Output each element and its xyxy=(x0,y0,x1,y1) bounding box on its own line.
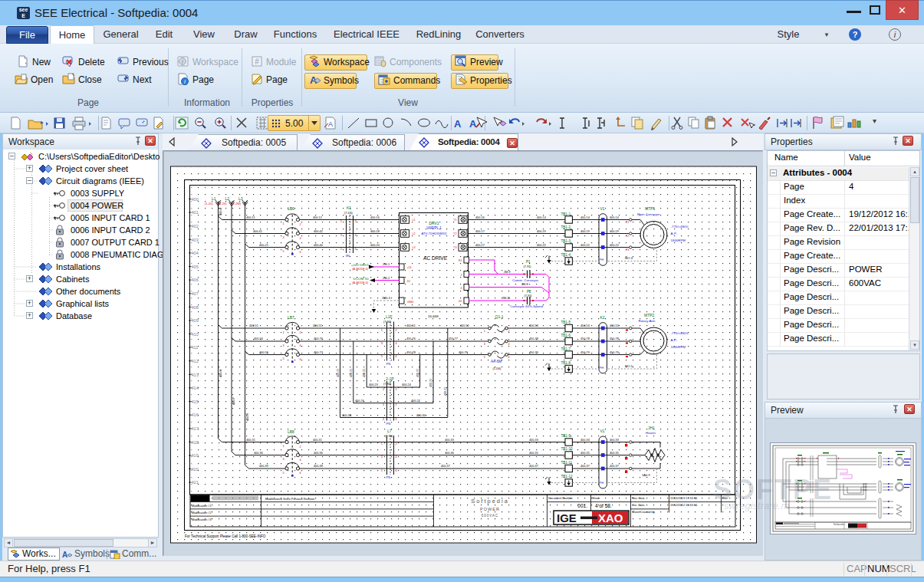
svg-text:400-24: 400-24 xyxy=(402,383,411,386)
svg-text:TB1-10: TB1-10 xyxy=(561,447,574,451)
svg-text:400-22: 400-22 xyxy=(580,244,590,247)
svg-text:A-P-: A-P- xyxy=(671,232,678,235)
svg-text:1600RPM: 1600RPM xyxy=(671,345,686,349)
svg-text:A: A xyxy=(454,118,462,130)
svg-text:400-14: 400-14 xyxy=(537,216,546,219)
svg-text:PH: PH xyxy=(600,366,604,370)
svg-text:419: 419 xyxy=(192,453,199,458)
svg-text:(A-MODF 4): (A-MODF 4) xyxy=(352,281,368,284)
svg-text:450-76: 450-76 xyxy=(314,337,323,340)
svg-text:407: 407 xyxy=(192,291,199,296)
svg-text:400-36: 400-36 xyxy=(314,452,323,455)
svg-text:R1: R1 xyxy=(459,259,462,262)
svg-text:400-41: 400-41 xyxy=(253,230,262,233)
svg-text:2M-11: 2M-11 xyxy=(502,297,510,300)
svg-text:400-42: 400-42 xyxy=(314,230,323,233)
svg-text:001.: 001. xyxy=(577,503,587,508)
svg-text:3: 3 xyxy=(383,418,384,421)
svg-text:404: 404 xyxy=(192,251,199,255)
svg-text:Sheet.: Sheet. xyxy=(592,497,600,500)
svg-text:400-24: 400-24 xyxy=(370,244,380,247)
svg-text:400-40: 400-40 xyxy=(314,244,323,247)
svg-text:(1-D6): (1-D6) xyxy=(493,367,501,370)
svg-text:2M-8: 2M-8 xyxy=(521,283,528,286)
svg-text:400-33: 400-33 xyxy=(529,439,538,442)
svg-text:P2: P2 xyxy=(527,290,531,294)
svg-text:400-53: 400-53 xyxy=(610,324,619,327)
svg-text:AA-6M: AA-6M xyxy=(491,360,501,363)
svg-text:DRV1: DRV1 xyxy=(429,221,439,225)
svg-text:For Technical Support Please C: For Technical Support Please Call 1-800-… xyxy=(185,534,266,538)
svg-text:16-66K: 16-66K xyxy=(428,314,439,318)
svg-text:P1: P1 xyxy=(526,260,531,264)
svg-text:1A0-9: 1A0-9 xyxy=(642,473,650,477)
svg-text:+24: +24 xyxy=(407,266,412,269)
svg-text:400-R: 400-R xyxy=(246,413,249,421)
svg-text:1800RPM: 1800RPM xyxy=(671,238,686,242)
svg-text:Modification #2: Modification #2 xyxy=(192,511,212,515)
svg-text:450-77: 450-77 xyxy=(449,337,458,340)
svg-text:400-35: 400-35 xyxy=(610,452,619,455)
svg-text:(7-90): (7-90) xyxy=(383,321,392,324)
svg-text:400-21: 400-21 xyxy=(444,387,447,396)
svg-text:Rotary Arm: Rotary Arm xyxy=(639,319,656,323)
svg-text:450-78: 450-78 xyxy=(529,337,538,340)
svg-text:400-51: 400-51 xyxy=(406,324,416,327)
svg-text:400-17: 400-17 xyxy=(475,230,485,233)
svg-text:411: 411 xyxy=(192,345,199,350)
svg-text:Modification #3: Modification #3 xyxy=(192,518,212,521)
svg-text:V1: V1 xyxy=(600,429,605,433)
svg-text:400-23: 400-23 xyxy=(369,383,378,386)
svg-text:3: 3 xyxy=(396,418,397,421)
svg-text:450-79: 450-79 xyxy=(459,351,468,354)
svg-text:GND: GND xyxy=(407,301,414,304)
svg-text:412: 412 xyxy=(192,359,199,363)
svg-text:400: 400 xyxy=(192,197,199,202)
svg-text:Modification #1: Modification #1 xyxy=(192,505,212,508)
svg-text:TB1-2: TB1-2 xyxy=(561,225,571,229)
svg-text:400-31: 400-31 xyxy=(313,439,322,442)
svg-text:Main Conveyor: Main Conveyor xyxy=(637,212,660,216)
svg-text:403: 403 xyxy=(192,238,199,242)
svg-text:400-37: 400-37 xyxy=(441,465,450,468)
svg-text:#: # xyxy=(255,58,259,66)
svg-text:400-22: 400-22 xyxy=(610,244,619,247)
svg-text:400-33: 400-33 xyxy=(580,439,590,442)
svg-text:400-53: 400-53 xyxy=(529,324,538,327)
svg-text:L3: L3 xyxy=(413,246,416,249)
svg-text:A: A xyxy=(469,118,477,130)
svg-text:400-59: 400-59 xyxy=(259,351,268,354)
svg-text:400-16: 400-16 xyxy=(370,216,380,219)
svg-text:400-36: 400-36 xyxy=(254,452,263,455)
svg-text:400-37: 400-37 xyxy=(580,465,590,468)
svg-text:(7-91): (7-91) xyxy=(524,265,532,268)
svg-text:AC DRIVE: AC DRIVE xyxy=(423,255,448,261)
svg-text:TB1-3: TB1-3 xyxy=(561,239,571,243)
svg-text:MO-3: MO-3 xyxy=(625,256,633,260)
svg-text:406: 406 xyxy=(192,278,199,282)
svg-text:TB1-1: TB1-1 xyxy=(561,212,571,216)
svg-text:400-21: 400-21 xyxy=(429,379,432,387)
svg-text:417: 417 xyxy=(192,426,199,431)
svg-text:420: 420 xyxy=(192,467,199,472)
svg-text:400-30: 400-30 xyxy=(416,414,426,417)
svg-text:PN: PN xyxy=(386,475,391,479)
svg-text:400-P: 400-P xyxy=(232,396,235,405)
svg-text:400-18: 400-18 xyxy=(370,230,380,233)
svg-text:(7-91): (7-91) xyxy=(524,294,533,298)
svg-text:PH: PH xyxy=(600,481,604,485)
svg-text:400-33: 400-33 xyxy=(610,439,619,442)
svg-text:400-56: 400-56 xyxy=(254,337,263,340)
svg-text:4: 4 xyxy=(461,287,462,290)
svg-text:400-51: 400-51 xyxy=(249,324,258,327)
svg-text:600VAC: 600VAC xyxy=(482,514,498,518)
svg-text:T2: T2 xyxy=(626,235,629,238)
svg-text:PN: PN xyxy=(386,362,391,366)
svg-text:450-77: 450-77 xyxy=(314,351,323,354)
svg-text:TB1-7: TB1-7 xyxy=(561,347,571,351)
svg-text:19/12/2012 16:33:14.: 19/12/2012 16:33:14. xyxy=(670,504,698,507)
svg-text:Sheet Created by.: Sheet Created by. xyxy=(632,511,655,514)
svg-text:409: 409 xyxy=(192,318,199,323)
svg-text:402: 402 xyxy=(192,224,199,229)
svg-text:400-21: 400-21 xyxy=(416,369,419,377)
